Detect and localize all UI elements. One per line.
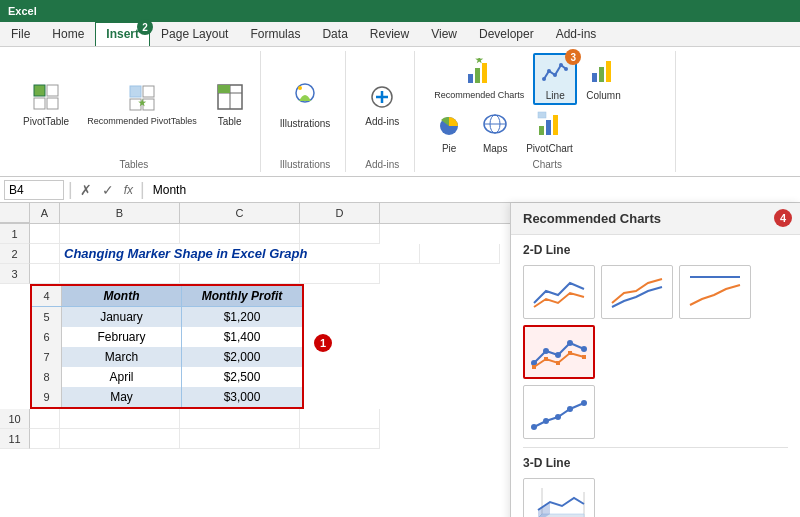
cell-d3[interactable] <box>300 264 380 284</box>
tab-view[interactable]: View <box>420 22 468 46</box>
cell-b6[interactable]: February <box>62 327 182 347</box>
col-header-c[interactable]: C <box>180 203 300 223</box>
formula-cancel-icon[interactable]: ✗ <box>77 182 95 198</box>
cell-c10[interactable] <box>180 409 300 429</box>
svg-point-22 <box>553 73 557 77</box>
tab-home[interactable]: Home <box>41 22 95 46</box>
illustrations-button[interactable]: Illustrations <box>273 78 338 132</box>
chart-item-line-markers-stacked[interactable] <box>523 385 595 439</box>
bar-chart-icon <box>589 57 617 89</box>
addins-button[interactable]: Add-ins <box>358 80 406 130</box>
cell-c7[interactable]: $2,000 <box>182 347 302 367</box>
svg-rect-18 <box>482 63 487 83</box>
svg-rect-5 <box>143 86 154 97</box>
cell-d2[interactable] <box>420 244 500 264</box>
formula-enter-icon[interactable]: ✓ <box>99 182 117 198</box>
recommended-charts-button[interactable]: ★ Recommended Charts <box>427 55 531 104</box>
tab-addins[interactable]: Add-ins <box>545 22 608 46</box>
row-num-5[interactable]: 5 <box>32 307 62 327</box>
row-num-3[interactable]: 3 <box>0 264 30 284</box>
cell-c11[interactable] <box>180 429 300 449</box>
row-num-11[interactable]: 11 <box>0 429 30 449</box>
cell-b7[interactable]: March <box>62 347 182 367</box>
tab-insert[interactable]: Insert 2 <box>95 22 150 46</box>
chart-item-line-markers[interactable] <box>523 325 595 379</box>
cell-b1[interactable] <box>60 224 180 244</box>
ribbon: File Home Insert 2 Page Layout Formulas … <box>0 22 800 177</box>
row-num-9[interactable]: 9 <box>32 387 62 407</box>
chart-item-line-stacked[interactable] <box>601 265 673 319</box>
name-box[interactable] <box>4 180 64 200</box>
svg-rect-4 <box>130 86 141 97</box>
corner-cell <box>0 203 30 223</box>
tab-data[interactable]: Data <box>311 22 358 46</box>
table-button[interactable]: Table <box>208 80 252 130</box>
pivotchart-button[interactable]: PivotChart <box>519 107 580 157</box>
cell-c2[interactable] <box>300 244 420 264</box>
svg-point-20 <box>542 77 546 81</box>
cell-d10[interactable] <box>300 409 380 429</box>
row-num-1[interactable]: 1 <box>0 224 30 244</box>
col-header-b[interactable]: B <box>60 203 180 223</box>
chart-section-title-2d-line: 2-D Line <box>523 243 788 257</box>
cell-a11[interactable] <box>30 429 60 449</box>
charts-group-label: Charts <box>532 159 561 170</box>
cell-c8[interactable]: $2,500 <box>182 367 302 387</box>
tab-developer[interactable]: Developer <box>468 22 545 46</box>
cell-b4[interactable]: Month <box>62 286 182 306</box>
cell-b8[interactable]: April <box>62 367 182 387</box>
cell-b10[interactable] <box>60 409 180 429</box>
cell-d1[interactable] <box>300 224 380 244</box>
bar-chart-label: Column <box>586 90 620 101</box>
badge-chart-panel: 4 <box>774 209 792 227</box>
bar-chart-button[interactable]: Column <box>579 54 627 104</box>
tab-review[interactable]: Review <box>359 22 420 46</box>
col-header-a[interactable]: A <box>30 203 60 223</box>
formula-fx-icon[interactable]: fx <box>121 183 136 197</box>
chart-item-line-100[interactable] <box>679 265 751 319</box>
table-label: Table <box>218 116 242 127</box>
ribbon-group-tables: PivotTable ★ Recommended PivotTables <box>8 51 261 172</box>
maps-button[interactable]: Maps <box>473 107 517 157</box>
line-chart-button[interactable]: Line 3 <box>533 53 577 105</box>
cell-c1[interactable] <box>180 224 300 244</box>
cell-c3[interactable] <box>180 264 300 284</box>
svg-rect-17 <box>475 68 480 83</box>
formula-bar: | ✗ ✓ fx | <box>0 177 800 203</box>
chart-item-line-basic[interactable] <box>523 265 595 319</box>
col-header-d[interactable]: D <box>300 203 380 223</box>
cell-b3[interactable] <box>60 264 180 284</box>
cell-c9[interactable]: $3,000 <box>182 387 302 407</box>
grid-row-10: 10 <box>0 409 510 429</box>
cell-b2[interactable]: Changing Marker Shape in Excel Graph <box>60 244 300 264</box>
cell-c4[interactable]: Monthly Profit <box>182 286 302 306</box>
tab-page-layout[interactable]: Page Layout <box>150 22 239 46</box>
row-num-6[interactable]: 6 <box>32 327 62 347</box>
svg-rect-25 <box>592 73 597 82</box>
cell-c6[interactable]: $1,400 <box>182 327 302 347</box>
cell-b9[interactable]: May <box>62 387 182 407</box>
recommended-pivottables-button[interactable]: ★ Recommended PivotTables <box>80 81 204 130</box>
cell-b11[interactable] <box>60 429 180 449</box>
addins-icon <box>368 83 396 115</box>
cell-d11[interactable] <box>300 429 380 449</box>
cell-a2[interactable] <box>30 244 60 264</box>
cell-a1[interactable] <box>30 224 60 244</box>
row-num-4[interactable]: 4 <box>32 286 62 306</box>
chart-section-2d-line: 2-D Line <box>511 235 800 447</box>
cell-a3[interactable] <box>30 264 60 284</box>
tab-file[interactable]: File <box>0 22 41 46</box>
chart-item-3d-line[interactable] <box>523 478 595 517</box>
tab-formulas[interactable]: Formulas <box>239 22 311 46</box>
cell-b5[interactable]: January <box>62 307 182 327</box>
pivottable-button[interactable]: PivotTable <box>16 80 76 130</box>
row-num-10[interactable]: 10 <box>0 409 30 429</box>
cell-a10[interactable] <box>30 409 60 429</box>
row-num-7[interactable]: 7 <box>32 347 62 367</box>
svg-rect-3 <box>47 98 58 109</box>
cell-c5[interactable]: $1,200 <box>182 307 302 327</box>
row-num-8[interactable]: 8 <box>32 367 62 387</box>
row-num-2[interactable]: 2 <box>0 244 30 264</box>
pie-chart-button[interactable]: Pie <box>427 107 471 157</box>
formula-input[interactable] <box>149 181 796 199</box>
